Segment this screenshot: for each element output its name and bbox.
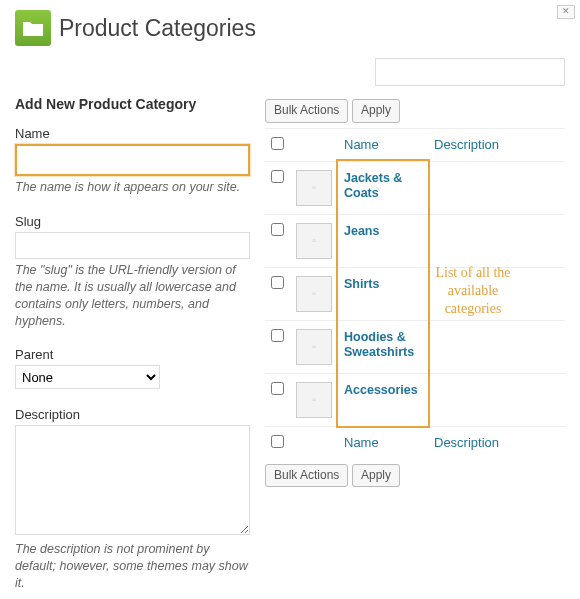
parent-label: Parent bbox=[15, 347, 250, 362]
category-name-link[interactable]: Hoodies & Sweatshirts bbox=[344, 330, 414, 359]
th-description-foot[interactable]: Description bbox=[428, 426, 565, 459]
slug-input[interactable] bbox=[15, 232, 250, 259]
row-checkbox[interactable] bbox=[271, 170, 284, 183]
apply-button-bottom[interactable]: Apply bbox=[352, 464, 400, 488]
table-row: ▫Accessories bbox=[265, 373, 565, 426]
bulk-actions-dropdown-bottom[interactable]: Bulk Actions bbox=[265, 464, 348, 488]
category-name-link[interactable]: Shirts bbox=[344, 277, 379, 291]
table-row: ▫Hoodies & Sweatshirts bbox=[265, 320, 565, 373]
close-icon[interactable]: ✕ bbox=[557, 5, 575, 19]
category-thumb[interactable]: ▫ bbox=[296, 223, 332, 259]
description-help: The description is not prominent by defa… bbox=[15, 541, 250, 592]
category-thumb[interactable]: ▫ bbox=[296, 170, 332, 206]
row-checkbox[interactable] bbox=[271, 382, 284, 395]
category-thumb[interactable]: ▫ bbox=[296, 276, 332, 312]
search-bar bbox=[15, 58, 565, 86]
name-input[interactable] bbox=[15, 144, 250, 176]
category-thumb[interactable]: ▫ bbox=[296, 382, 332, 418]
table-row: ▫Jackets & Coats bbox=[265, 161, 565, 214]
th-name-foot[interactable]: Name bbox=[338, 426, 428, 459]
page-title: Product Categories bbox=[59, 15, 256, 42]
description-textarea[interactable] bbox=[15, 425, 250, 535]
table-row: ▫Shirts bbox=[265, 267, 565, 320]
category-name-link[interactable]: Accessories bbox=[344, 383, 418, 397]
table-row: ▫Jeans bbox=[265, 214, 565, 267]
name-description: The name is how it appears on your site. bbox=[15, 179, 250, 196]
bulk-actions-dropdown[interactable]: Bulk Actions bbox=[265, 99, 348, 123]
row-checkbox[interactable] bbox=[271, 329, 284, 342]
slug-label: Slug bbox=[15, 214, 250, 229]
th-description[interactable]: Description bbox=[428, 128, 565, 161]
row-checkbox[interactable] bbox=[271, 223, 284, 236]
search-input[interactable] bbox=[375, 58, 565, 86]
apply-button[interactable]: Apply bbox=[352, 99, 400, 123]
select-all-bottom[interactable] bbox=[271, 435, 284, 448]
category-thumb[interactable]: ▫ bbox=[296, 329, 332, 365]
page-icon bbox=[15, 10, 51, 46]
annotation-text: List of all the available categories bbox=[428, 264, 518, 319]
category-name-link[interactable]: Jackets & Coats bbox=[344, 171, 402, 200]
row-checkbox[interactable] bbox=[271, 276, 284, 289]
select-all-top[interactable] bbox=[271, 137, 284, 150]
th-name[interactable]: Name bbox=[338, 128, 428, 161]
parent-select[interactable]: None bbox=[15, 365, 160, 389]
add-section-title: Add New Product Category bbox=[15, 96, 250, 112]
slug-description: The "slug" is the URL-friendly version o… bbox=[15, 262, 250, 330]
description-label: Description bbox=[15, 407, 250, 422]
category-name-link[interactable]: Jeans bbox=[344, 224, 379, 238]
name-label: Name bbox=[15, 126, 250, 141]
